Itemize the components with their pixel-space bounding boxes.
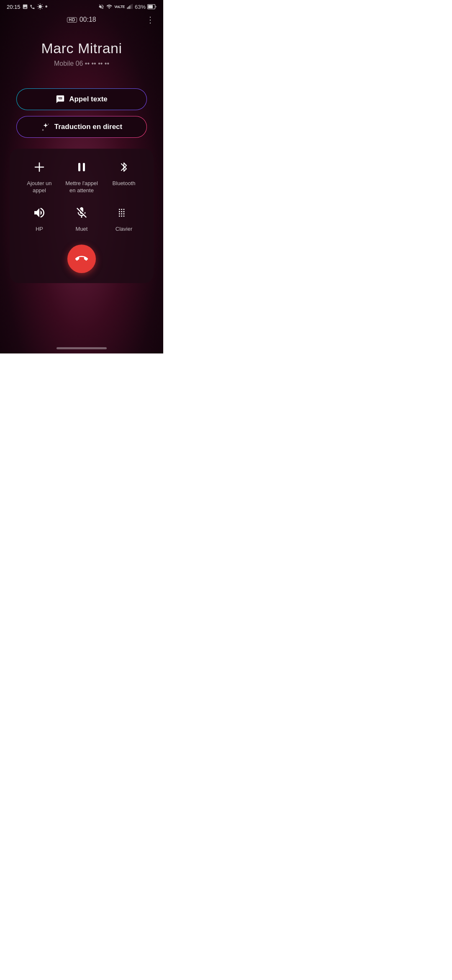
bluetooth-label: Bluetooth	[113, 180, 136, 187]
svg-rect-6	[148, 5, 153, 8]
svg-rect-10	[78, 163, 80, 171]
photo-icon	[22, 4, 28, 10]
bluetooth-icon	[117, 160, 131, 176]
add-call-icon	[33, 160, 46, 176]
time-display: 20:15	[7, 4, 21, 10]
battery-percent: 63%	[135, 4, 146, 10]
home-indicator	[56, 347, 107, 349]
dot-indicator: •	[45, 3, 48, 10]
text-call-label: Appel texte	[69, 95, 108, 103]
contact-info: Marc Mitrani Mobile 06 •• •• •• ••	[41, 40, 122, 67]
sparkle-icon	[41, 122, 50, 132]
mute-label: Muet	[76, 226, 88, 233]
mute-mic-icon	[75, 206, 88, 222]
hold-icon	[75, 160, 88, 176]
phone-icon	[30, 4, 35, 10]
live-translate-label: Traduction en direct	[54, 123, 122, 131]
status-right: VoLTE 63%	[98, 4, 157, 10]
volte-icon: VoLTE	[114, 5, 125, 9]
svg-rect-3	[131, 5, 131, 9]
end-call-icon	[75, 253, 88, 265]
svg-rect-4	[132, 4, 133, 9]
controls-row-1: Ajouter un appel Mettre l'appel en atten…	[18, 160, 145, 194]
text-call-icon	[56, 95, 65, 104]
keypad-label: Clavier	[116, 226, 132, 233]
svg-rect-11	[83, 163, 85, 171]
call-timer-container: HD 00:18	[67, 16, 96, 23]
contact-name: Marc Mitrani	[41, 40, 122, 57]
speaker-label: HP	[36, 226, 43, 233]
hd-badge: HD	[67, 17, 77, 23]
keypad-button[interactable]: Clavier	[107, 206, 141, 233]
hold-button[interactable]: Mettre l'appel en attente	[65, 160, 98, 194]
more-options-button[interactable]: ⋮	[146, 15, 155, 25]
number-prefix: Mobile 06	[54, 60, 83, 67]
svg-rect-0	[127, 8, 128, 9]
keypad-icon	[117, 206, 131, 222]
hold-label: Mettre l'appel en attente	[65, 180, 98, 194]
number-masked: •• •• •• ••	[85, 60, 109, 67]
svg-rect-1	[128, 6, 129, 9]
contact-number: Mobile 06 •• •• •• ••	[41, 60, 122, 67]
text-call-button[interactable]: Appel texte	[16, 88, 147, 110]
end-call-button[interactable]	[67, 245, 96, 273]
wifi-icon	[106, 4, 113, 10]
mute-button[interactable]: Muet	[65, 206, 98, 233]
call-screen: 20:15 • VoLTE 63% HD	[0, 0, 163, 353]
mute-icon	[98, 4, 104, 10]
svg-point-7	[59, 99, 59, 100]
controls-panel: Ajouter un appel Mettre l'appel en atten…	[10, 149, 153, 283]
speaker-button[interactable]: HP	[23, 206, 56, 233]
controls-row-2: HP Muet Clavier	[18, 206, 145, 233]
bluetooth-button[interactable]: Bluetooth	[107, 160, 141, 187]
feature-buttons: Appel texte Traduction en direct	[16, 88, 147, 138]
signal-icon	[126, 4, 133, 10]
live-translate-button[interactable]: Traduction en direct	[16, 116, 147, 138]
call-header: HD 00:18 ⋮	[0, 12, 163, 28]
status-bar: 20:15 • VoLTE 63%	[0, 0, 163, 12]
add-call-button[interactable]: Ajouter un appel	[23, 160, 56, 194]
add-call-label: Ajouter un appel	[23, 180, 56, 194]
status-left: 20:15 •	[7, 3, 48, 10]
battery-icon	[147, 4, 157, 9]
call-duration: 00:18	[80, 16, 96, 23]
weather-icon	[37, 3, 44, 10]
svg-rect-2	[129, 5, 130, 9]
speaker-icon	[33, 206, 46, 222]
